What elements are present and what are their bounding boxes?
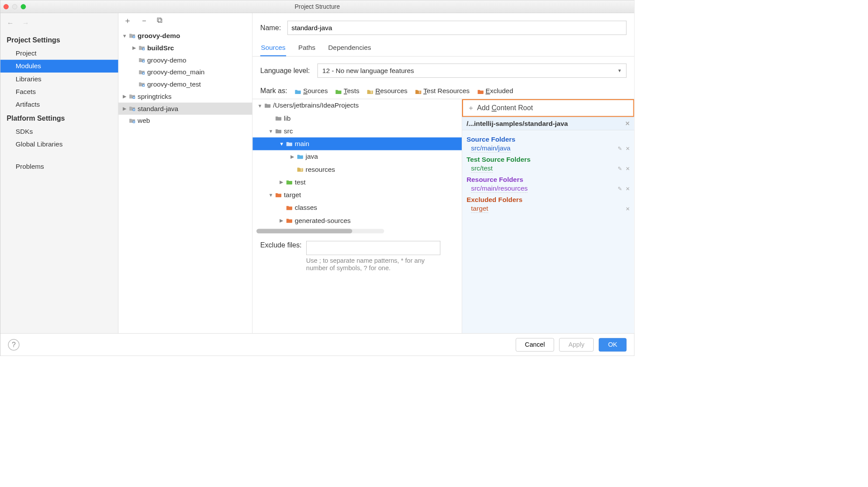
tree-twisty-icon[interactable]: ▶: [122, 106, 128, 111]
tree-twisty-icon[interactable]: ▼: [268, 128, 273, 133]
module-label: web: [138, 117, 150, 125]
tab-dependencies[interactable]: Dependencies: [328, 42, 372, 56]
folder-group-title: Excluded Folders: [467, 193, 630, 204]
tab-paths[interactable]: Paths: [297, 42, 316, 56]
remove-folder-icon[interactable]: ✕: [626, 166, 630, 172]
module-label: buildSrc: [147, 44, 174, 52]
sidebar-item-libraries[interactable]: Libraries: [0, 73, 118, 85]
mark-as-test-resources[interactable]: Test Resources: [415, 87, 470, 95]
edit-folder-icon[interactable]: ✎: [618, 146, 622, 152]
folder-tree-row[interactable]: ▶ test: [252, 176, 462, 188]
apply-button[interactable]: Apply: [559, 338, 594, 351]
remove-folder-icon[interactable]: ✕: [626, 146, 630, 152]
svg-rect-19: [420, 90, 420, 94]
folder-icon: [275, 192, 282, 198]
module-name-input[interactable]: [287, 21, 626, 35]
folder-tree-row[interactable]: classes: [252, 202, 462, 214]
folder-tree-row[interactable]: ▶ java: [252, 150, 462, 163]
folder-icon: [297, 167, 304, 172]
folder-tree-row[interactable]: resources: [252, 163, 462, 176]
tree-twisty-icon[interactable]: ▶: [279, 218, 284, 223]
module-label: groovy-demo: [147, 56, 187, 64]
tree-twisty-icon[interactable]: ▶: [290, 154, 295, 160]
folder-label: /Users/jetbrains/IdeaProjects: [273, 101, 359, 109]
sidebar-item-modules[interactable]: Modules: [0, 60, 118, 73]
folder-label: classes: [295, 204, 317, 212]
nav-forward-icon[interactable]: →: [22, 19, 29, 27]
language-level-select[interactable]: 12 - No new language features ▼: [318, 63, 626, 77]
tree-twisty-icon[interactable]: ▼: [268, 192, 273, 198]
tab-sources[interactable]: Sources: [260, 42, 286, 56]
tree-twisty-icon[interactable]: ▼: [257, 103, 263, 108]
folder-label: resources: [306, 166, 335, 174]
module-icon: [129, 118, 136, 124]
add-content-root-button[interactable]: ＋ Add Content Root: [462, 99, 634, 117]
remove-folder-icon[interactable]: ✕: [626, 206, 630, 212]
folder-tree-row[interactable]: ▼ src: [252, 125, 462, 137]
module-tree-row[interactable]: ▶ buildSrc: [118, 42, 252, 54]
dialog-footer: ? Cancel Apply OK: [0, 333, 634, 355]
edit-folder-icon[interactable]: ✎: [618, 166, 622, 172]
folder-group-item[interactable]: src/main/resources✎✕: [467, 184, 630, 193]
remove-folder-icon[interactable]: ✕: [626, 186, 630, 192]
language-level-value: 12 - No new language features: [322, 67, 414, 75]
module-tree-row[interactable]: groovy-demo_test: [118, 78, 252, 90]
tree-twisty-icon[interactable]: ▶: [131, 45, 137, 51]
tree-twisty-icon[interactable]: ▶: [279, 179, 284, 185]
tree-twisty-icon[interactable]: ▼: [279, 141, 284, 146]
folder-group-item[interactable]: target✕: [467, 204, 630, 213]
module-tree-row[interactable]: web: [118, 115, 252, 127]
module-tree-row[interactable]: ▶ springtricks: [118, 90, 252, 103]
mark-as-tests[interactable]: Tests: [335, 87, 360, 95]
sidebar-section-1: Platform Settings: [0, 111, 118, 125]
exclude-files-input[interactable]: [306, 241, 440, 255]
sidebar-item-global-libraries[interactable]: Global Libraries: [0, 138, 118, 150]
content-root-tree[interactable]: ▼ /Users/jetbrains/IdeaProjects lib▼ src…: [252, 99, 462, 227]
folder-tree-row[interactable]: ▼ target: [252, 188, 462, 201]
horizontal-scrollbar[interactable]: [256, 229, 384, 233]
sidebar-item-artifacts[interactable]: Artifacts: [0, 98, 118, 111]
folder-tree-row[interactable]: lib: [252, 112, 462, 125]
module-tree-row[interactable]: groovy-demo_main: [118, 66, 252, 78]
mark-as-resources[interactable]: Resources: [367, 87, 407, 95]
remove-content-root-icon[interactable]: ✕: [625, 120, 630, 127]
module-label: groovy-demo_test: [147, 80, 201, 88]
folder-label: main: [295, 140, 309, 148]
folder-label: target: [284, 191, 301, 199]
folder-tree-row[interactable]: ▼ main: [252, 137, 462, 150]
module-tree-row[interactable]: groovy-demo: [118, 54, 252, 66]
sidebar-item-problems[interactable]: Problems: [0, 160, 118, 173]
folder-group-item[interactable]: src/main/java✎✕: [467, 144, 630, 153]
folder-group-item[interactable]: src/test✎✕: [467, 164, 630, 173]
module-tree-row[interactable]: ▶ standard-java: [118, 103, 252, 115]
remove-module-icon[interactable]: －: [140, 16, 148, 26]
folder-group-title: Source Folders: [467, 133, 630, 144]
module-tree-row[interactable]: ▼ groovy-demo: [118, 30, 252, 42]
folder-icon: [367, 88, 373, 94]
folder-tree-row[interactable]: ▶ generated-sources: [252, 214, 462, 227]
sidebar-item-sdks[interactable]: SDKs: [0, 125, 118, 138]
svg-rect-7: [143, 73, 144, 74]
folder-group-title: Resource Folders: [467, 173, 630, 184]
modules-tree[interactable]: ▼ groovy-demo▶ buildSrc groovy-demo groo…: [118, 28, 252, 128]
sidebar-item-project[interactable]: Project: [0, 47, 118, 59]
window-title: Project Structure: [0, 3, 634, 10]
sidebar-item-facets[interactable]: Facets: [0, 85, 118, 98]
folder-label: generated-sources: [295, 217, 351, 225]
svg-rect-1: [133, 36, 135, 38]
folder-tree-row[interactable]: ▼ /Users/jetbrains/IdeaProjects: [252, 99, 462, 112]
folder-icon: [286, 218, 293, 223]
mark-as-sources[interactable]: Sources: [295, 87, 328, 95]
edit-folder-icon[interactable]: ✎: [618, 186, 622, 192]
copy-module-icon[interactable]: ⧉: [157, 16, 162, 26]
tree-twisty-icon[interactable]: ▶: [122, 94, 128, 99]
module-icon: [129, 94, 136, 99]
cancel-button[interactable]: Cancel: [515, 338, 554, 351]
help-icon[interactable]: ?: [8, 339, 19, 350]
ok-button[interactable]: OK: [599, 338, 627, 351]
nav-back-icon[interactable]: ←: [7, 19, 14, 27]
mark-as-excluded[interactable]: Excluded: [477, 87, 513, 95]
content-root-header[interactable]: /...intellij-samples/standard-java ✕: [462, 117, 634, 131]
tree-twisty-icon[interactable]: ▼: [122, 33, 128, 38]
add-module-icon[interactable]: ＋: [124, 16, 131, 26]
